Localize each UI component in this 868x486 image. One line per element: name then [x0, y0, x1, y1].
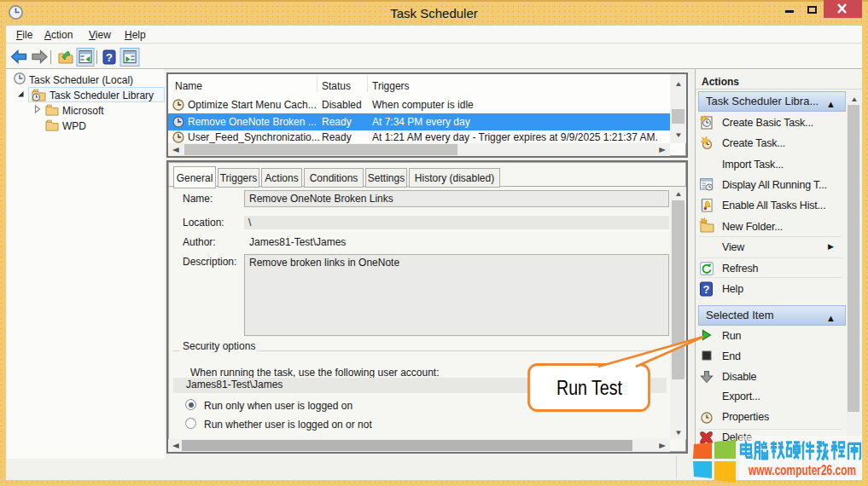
svg-text:?: ?: [106, 51, 113, 64]
svg-text:www.computer26.com: www.computer26.com: [748, 463, 856, 477]
